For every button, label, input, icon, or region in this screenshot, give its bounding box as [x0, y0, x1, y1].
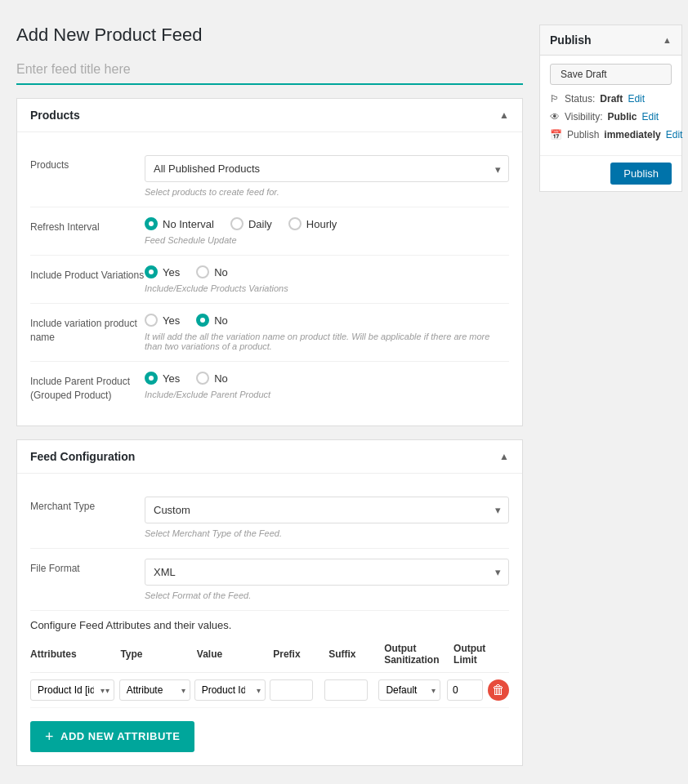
attr-col-output-limit: 🗑	[447, 679, 509, 701]
table-row: Product Id [id] ▾ Attribute ▾	[30, 673, 509, 708]
visibility-edit-link[interactable]: Edit	[641, 111, 659, 122]
include-variations-control: Yes No Include/Exclude Products Variatio…	[145, 265, 509, 293]
save-draft-button[interactable]: Save Draft	[550, 64, 672, 85]
add-new-attribute-button[interactable]: + ADD NEW ATTRIBUTE	[30, 721, 194, 752]
products-section-header[interactable]: Products ▲	[17, 99, 522, 132]
file-format-label: File Format	[30, 559, 145, 576]
file-format-select[interactable]: XML	[145, 559, 509, 586]
products-row: Products All Published Products Select p…	[30, 145, 509, 207]
col-header-type: Type	[120, 648, 196, 660]
daily-dot	[230, 217, 243, 230]
publish-value: immediately	[604, 129, 660, 140]
variation-name-yes-label: Yes	[163, 314, 180, 327]
parent-product-label: Include Parent Product (Grouped Product)	[30, 372, 145, 403]
output-sanitization-select[interactable]: Default	[378, 679, 440, 701]
merchant-type-label: Merchant Type	[30, 497, 145, 514]
variation-name-label: Include variation product name	[30, 314, 145, 345]
status-row: 🏳 Status: Draft Edit	[550, 93, 672, 105]
plus-icon: +	[45, 729, 54, 744]
status-value: Draft	[600, 93, 623, 105]
configure-feed-text: Configure Feed Attributes and their valu…	[30, 619, 231, 631]
include-variations-radio-group: Yes No	[145, 265, 509, 278]
publish-footer: Publish	[540, 155, 681, 191]
variation-name-no-radio[interactable]: No	[196, 314, 228, 327]
parent-product-hint: Include/Exclude Parent Product	[145, 390, 509, 399]
variations-yes-radio[interactable]: Yes	[145, 265, 180, 278]
parent-product-no-dot	[196, 372, 209, 385]
no-interval-label: No Interval	[163, 218, 214, 230]
products-hint: Select products to create feed for.	[145, 187, 509, 197]
file-format-control: XML Select Format of the Feed.	[145, 559, 509, 600]
file-format-row: File Format XML Select Format of the Fee…	[30, 549, 509, 611]
publish-body: Save Draft 🏳 Status: Draft Edit 👁 Visibi…	[540, 56, 681, 155]
publish-box-header: Publish ▲	[540, 25, 681, 56]
col-header-value: Value	[197, 648, 273, 660]
attr-col-value: Product Id ▾	[194, 679, 270, 701]
merchant-type-select-wrapper: Custom	[145, 497, 509, 523]
variations-yes-label: Yes	[163, 266, 180, 278]
feed-config-section: Feed Configuration ▲ Merchant Type Custo…	[16, 439, 523, 766]
eye-icon: 👁	[550, 111, 560, 122]
feed-config-chevron-icon: ▲	[499, 451, 509, 462]
visibility-row: 👁 Visibility: Public Edit	[550, 111, 672, 122]
variation-name-yes-radio[interactable]: Yes	[145, 314, 180, 327]
configure-feed-text-row: Configure Feed Attributes and their valu…	[30, 611, 509, 636]
type-select[interactable]: Attribute	[119, 679, 190, 701]
merchant-type-select[interactable]: Custom	[145, 497, 509, 523]
parent-product-radio-group: Yes No	[145, 372, 509, 385]
no-interval-dot	[145, 217, 158, 230]
refresh-control: No Interval Daily Hourly Feed Sche	[145, 217, 509, 245]
visibility-value: Public	[607, 111, 637, 122]
products-control: All Published Products Select products t…	[145, 155, 509, 197]
parent-product-control: Yes No Include/Exclude Parent Product	[145, 372, 509, 399]
variation-name-radio-group: Yes No	[145, 314, 509, 327]
hourly-radio[interactable]: Hourly	[288, 217, 337, 230]
include-variations-hint: Include/Exclude Products Variations	[145, 283, 509, 293]
products-section: Products ▲ Products All Published Produc…	[16, 98, 523, 426]
variation-name-no-dot	[196, 314, 209, 327]
publish-time-row: 📅 Publish immediately Edit	[550, 129, 672, 140]
feed-config-section-header[interactable]: Feed Configuration ▲	[17, 440, 522, 474]
variations-no-radio[interactable]: No	[196, 265, 228, 278]
parent-product-no-label: No	[214, 372, 228, 385]
value-select[interactable]: Product Id	[194, 679, 266, 701]
parent-product-yes-label: Yes	[163, 372, 180, 385]
products-select-wrapper: All Published Products	[145, 155, 509, 182]
status-edit-link[interactable]: Edit	[628, 93, 645, 105]
attribute-select[interactable]: Product Id [id]	[30, 679, 114, 701]
parent-product-yes-dot	[145, 372, 158, 385]
sidebar: Publish ▲ Save Draft 🏳 Status: Draft Edi…	[539, 16, 688, 784]
refresh-label: Refresh Interval	[30, 217, 145, 234]
attr-col-output-sanitization: Default ▾	[378, 679, 447, 701]
refresh-radio-group: No Interval Daily Hourly	[145, 217, 509, 230]
col-header-output-sanitization: Output Sanitization	[384, 643, 453, 666]
publish-button[interactable]: Publish	[610, 163, 672, 185]
products-label: Products	[30, 155, 145, 172]
publish-edit-link[interactable]: Edit	[666, 129, 683, 140]
daily-radio[interactable]: Daily	[230, 217, 272, 230]
products-select[interactable]: All Published Products	[145, 155, 509, 182]
publish-label: Publish	[567, 129, 599, 140]
add-attr-label: ADD NEW ATTRIBUTE	[60, 730, 180, 742]
variation-name-control: Yes No It will add the all the variation…	[145, 314, 509, 351]
suffix-input[interactable]	[324, 679, 369, 701]
parent-product-yes-radio[interactable]: Yes	[145, 372, 180, 385]
file-format-select-wrapper: XML	[145, 559, 509, 586]
file-format-hint: Select Format of the Feed.	[145, 590, 509, 600]
output-limit-input[interactable]	[447, 679, 483, 701]
variations-no-label: No	[214, 266, 228, 278]
variation-name-hint: It will add the all the variation name o…	[145, 332, 509, 351]
include-variations-row: Include Product Variations Yes No	[30, 256, 509, 304]
delete-row-button[interactable]: 🗑	[488, 679, 509, 701]
no-interval-radio[interactable]: No Interval	[145, 217, 214, 230]
feed-title-input[interactable]	[16, 56, 523, 85]
attr-col-type: Attribute ▾	[119, 679, 194, 701]
calendar-icon: 📅	[550, 129, 562, 140]
variation-name-yes-dot	[145, 314, 158, 327]
refresh-interval-row: Refresh Interval No Interval Daily	[30, 207, 509, 256]
parent-product-no-radio[interactable]: No	[196, 372, 228, 385]
variations-yes-dot	[145, 265, 158, 278]
feed-config-title: Feed Configuration	[30, 450, 135, 463]
variation-name-row: Include variation product name Yes No	[30, 304, 509, 362]
prefix-input[interactable]	[270, 679, 314, 701]
